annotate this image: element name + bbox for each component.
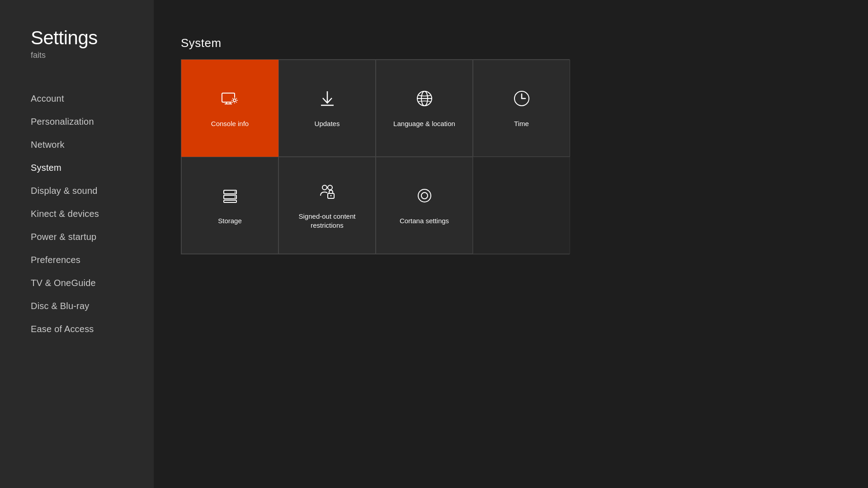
grid-item-updates[interactable]: Updates	[278, 60, 376, 157]
sidebar: Settings faits Account Personalization N…	[0, 0, 154, 488]
svg-rect-23	[224, 200, 236, 202]
sidebar-item-system[interactable]: System	[31, 156, 154, 179]
storage-label: Storage	[213, 216, 246, 225]
svg-point-29	[330, 195, 331, 197]
storage-icon	[220, 186, 240, 208]
sidebar-item-disc-bluray[interactable]: Disc & Blu-ray	[31, 295, 154, 318]
sidebar-item-kinect-devices[interactable]: Kinect & devices	[31, 202, 154, 225]
svg-point-27	[328, 185, 332, 190]
svg-line-12	[232, 102, 233, 102]
signed-out-content-label: Signed-out content restrictions	[279, 212, 375, 230]
console-icon	[220, 89, 240, 111]
cortana-icon	[415, 186, 434, 208]
app-title: Settings	[31, 27, 154, 49]
svg-line-9	[232, 98, 233, 99]
globe-icon	[415, 89, 434, 111]
sidebar-item-display-sound[interactable]: Display & sound	[31, 179, 154, 202]
svg-point-24	[234, 191, 236, 192]
download-icon	[317, 89, 337, 111]
svg-point-31	[421, 192, 428, 199]
grid-item-cortana[interactable]: Cortana settings	[376, 157, 473, 254]
user-name: faits	[31, 51, 154, 60]
main-content: System	[154, 0, 868, 488]
grid-item-time[interactable]: Time	[473, 60, 570, 157]
svg-point-30	[418, 189, 431, 202]
grid-item-storage[interactable]: Storage	[181, 157, 278, 254]
grid-item-console-info[interactable]: Console info	[181, 60, 278, 157]
sidebar-item-preferences[interactable]: Preferences	[31, 249, 154, 272]
sidebar-item-ease-of-access[interactable]: Ease of Access	[31, 318, 154, 341]
svg-line-10	[236, 102, 236, 102]
svg-point-26	[322, 185, 327, 190]
grid-item-signed-out-content[interactable]: Signed-out content restrictions	[278, 157, 376, 254]
sidebar-item-network[interactable]: Network	[31, 133, 154, 156]
sidebar-item-account[interactable]: Account	[31, 87, 154, 110]
sidebar-nav: Account Personalization Network System D…	[31, 87, 154, 341]
sidebar-item-personalization[interactable]: Personalization	[31, 110, 154, 133]
cortana-label: Cortana settings	[395, 216, 453, 225]
sidebar-item-tv-oneguide[interactable]: TV & OneGuide	[31, 272, 154, 295]
grid-item-empty	[473, 157, 570, 254]
time-label: Time	[509, 119, 533, 128]
section-title: System	[181, 36, 868, 50]
clock-icon	[512, 89, 532, 111]
language-location-label: Language & location	[389, 119, 460, 128]
settings-grid: Console info Updates	[181, 59, 570, 254]
svg-point-3	[231, 97, 238, 103]
svg-point-25	[234, 196, 236, 197]
updates-label: Updates	[310, 119, 344, 128]
svg-line-11	[236, 98, 236, 99]
sidebar-item-power-startup[interactable]: Power & startup	[31, 225, 154, 249]
grid-item-language-location[interactable]: Language & location	[376, 60, 473, 157]
users-lock-icon	[317, 181, 337, 204]
console-info-label: Console info	[207, 119, 253, 128]
